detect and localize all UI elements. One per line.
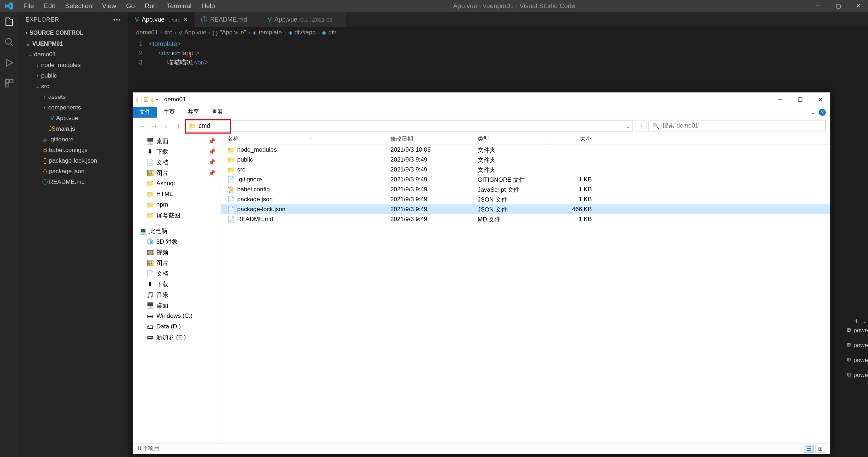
tree-folder-root[interactable]: ⌄ demo01 bbox=[18, 49, 128, 60]
ribbon-tab-view[interactable]: 查看 bbox=[205, 107, 229, 118]
drive-icon: 🖴 bbox=[146, 323, 154, 330]
nav-up-button[interactable]: ↑ bbox=[173, 122, 183, 130]
menu-run[interactable]: Run bbox=[140, 2, 162, 10]
tree-thispc-item[interactable]: 🖴新加卷 (E:) bbox=[133, 332, 221, 343]
chevron-right-icon: › bbox=[34, 73, 41, 79]
fe-minimize-button[interactable]: ─ bbox=[770, 96, 790, 103]
nav-forward-button[interactable]: → bbox=[149, 122, 159, 130]
tree-thispc-item[interactable]: ⬇下载 bbox=[133, 279, 221, 289]
tree-folder-src[interactable]: ⌄src bbox=[18, 81, 128, 92]
view-icons-button[interactable]: ⊞ bbox=[815, 445, 825, 453]
tree-file[interactable]: ⓘREADME.md bbox=[18, 177, 128, 187]
ribbon-tab-home[interactable]: 主页 bbox=[157, 107, 181, 118]
terminal-item[interactable]: ⧉powe bbox=[847, 370, 868, 380]
tree-quick-item[interactable]: 📄文档📌 bbox=[133, 157, 221, 168]
tab-app-vue-2[interactable]: V App.vue C:\...\2021-09 ✕ bbox=[261, 12, 347, 27]
tree-thispc-item[interactable]: 🎵音乐 bbox=[133, 289, 221, 300]
braces-icon: { } bbox=[213, 30, 218, 36]
tab-app-vue[interactable]: V App.vue ...\src ✕ bbox=[128, 12, 195, 27]
breadcrumb[interactable]: demo01› src› VApp.vue› { }"App.vue"› ◈te… bbox=[128, 27, 868, 38]
tree-quick-item[interactable]: 🖥️桌面📌 bbox=[133, 136, 221, 146]
file-row[interactable]: 📜babel.config2021/9/3 9:49JavaScript 文件1… bbox=[221, 185, 830, 194]
file-row[interactable]: 📁src2021/9/3 9:49文件夹 bbox=[221, 165, 830, 175]
tree-folder[interactable]: ›node_modules bbox=[18, 60, 128, 70]
file-row[interactable]: 📁node_modules2021/9/3 10:03文件夹 bbox=[221, 145, 830, 155]
file-row[interactable]: 📄package-lock.json2021/9/3 9:49JSON 文件46… bbox=[221, 204, 830, 214]
tree-thispc-item[interactable]: 🎞️视频 bbox=[133, 247, 221, 258]
address-dropdown-icon[interactable]: ⌄ bbox=[623, 120, 633, 131]
file-row[interactable]: 📄package.json2021/9/3 9:49JSON 文件1 KB bbox=[221, 194, 830, 204]
address-input[interactable] bbox=[199, 122, 620, 130]
qat-properties-icon[interactable]: ☑ bbox=[144, 96, 149, 103]
tree-file[interactable]: {}package.json bbox=[18, 166, 128, 177]
tree-thispc-item[interactable]: 🖴Windows (C:) bbox=[133, 311, 221, 321]
fe-search-input[interactable] bbox=[662, 122, 822, 129]
fe-close-button[interactable]: ✕ bbox=[810, 96, 830, 103]
activity-explorer-icon[interactable] bbox=[4, 17, 14, 27]
tree-folder[interactable]: ›components bbox=[18, 102, 128, 113]
tree-file[interactable]: JSmain.js bbox=[18, 124, 128, 134]
activity-search-icon[interactable] bbox=[4, 37, 14, 47]
section-workspace[interactable]: ⌄ VUENPM01 bbox=[18, 38, 128, 49]
nav-history-button[interactable]: ⌄ bbox=[161, 123, 171, 129]
search-icon: 🔍 bbox=[652, 123, 660, 129]
expand-ribbon-icon[interactable]: ⌄ bbox=[811, 109, 815, 115]
menu-go[interactable]: Go bbox=[121, 2, 140, 10]
tree-thispc-item[interactable]: 🧊3D 对象 bbox=[133, 236, 221, 247]
tree-file[interactable]: Bbabel.config.js bbox=[18, 145, 128, 156]
tree-quick-item[interactable]: ⬇下载📌 bbox=[133, 146, 221, 157]
tree-folder[interactable]: ›assets bbox=[18, 92, 128, 102]
add-terminal-button[interactable]: ＋ ⌄ bbox=[852, 315, 867, 326]
ribbon-tab-share[interactable]: 共享 bbox=[181, 107, 205, 118]
tree-file[interactable]: ◈.gitignore bbox=[18, 134, 128, 145]
fe-search[interactable]: 🔍 bbox=[649, 120, 826, 131]
nav-back-button[interactable]: ← bbox=[137, 122, 147, 130]
tree-file[interactable]: VApp.vue bbox=[18, 113, 128, 124]
terminal-item[interactable]: ⧉powe bbox=[847, 355, 868, 366]
tree-folder[interactable]: ›public bbox=[18, 70, 128, 81]
tree-quick-item[interactable]: 📁Ashuqi bbox=[133, 178, 221, 189]
menu-help[interactable]: Help bbox=[196, 2, 220, 10]
pin-icon: 📌 bbox=[208, 148, 216, 156]
menu-file[interactable]: File bbox=[18, 2, 39, 10]
folder-icon: 📁 bbox=[146, 191, 154, 198]
desktop-icon: 🖥️ bbox=[146, 137, 154, 145]
ribbon-tab-file[interactable]: 文件 bbox=[133, 107, 157, 118]
fe-list-header[interactable]: 名称⌃ 修改日期 类型 大小 bbox=[221, 134, 830, 145]
qat-dropdown-icon[interactable]: ▾ bbox=[156, 97, 158, 102]
file-row[interactable]: 📁public2021/9/3 9:49文件夹 bbox=[221, 155, 830, 165]
view-details-button[interactable]: ☰ bbox=[804, 445, 814, 453]
minimize-button[interactable]: ─ bbox=[808, 2, 828, 9]
help-icon[interactable]: ? bbox=[819, 109, 826, 116]
close-icon[interactable]: ✕ bbox=[183, 16, 188, 23]
tree-quick-item[interactable]: 🖼️图片📌 bbox=[133, 168, 221, 178]
section-source-control[interactable]: › SOURCE CONTROL bbox=[18, 28, 128, 38]
activity-extensions-icon[interactable] bbox=[4, 78, 14, 88]
tree-thispc-item[interactable]: 🖼️图片 bbox=[133, 258, 221, 268]
more-icon[interactable]: ••• bbox=[113, 17, 121, 23]
address-bar[interactable]: 📁 ⌄ bbox=[185, 120, 633, 131]
terminal-item[interactable]: ⧉powe bbox=[847, 340, 868, 351]
fe-file-list: 名称⌃ 修改日期 类型 大小 📁node_modules2021/9/3 10:… bbox=[221, 134, 830, 443]
menu-terminal[interactable]: Terminal bbox=[162, 2, 196, 10]
maximize-button[interactable]: ▢ bbox=[828, 2, 848, 9]
tree-thispc[interactable]: 💻此电脑 bbox=[133, 226, 221, 236]
tree-thispc-item[interactable]: 🖴Data (D:) bbox=[133, 321, 221, 332]
menu-edit[interactable]: Edit bbox=[39, 2, 60, 10]
file-row[interactable]: 📄.gitignore2021/9/3 9:49GITIGNORE 文件1 KB bbox=[221, 175, 830, 185]
terminal-item[interactable]: ⧉powe bbox=[847, 325, 868, 336]
file-row[interactable]: 📄README.md2021/9/3 9:49MD 文件1 KB bbox=[221, 214, 830, 224]
tab-readme[interactable]: ⓘ README.md ✕ bbox=[195, 12, 261, 27]
menu-selection[interactable]: Selection bbox=[60, 2, 97, 10]
activity-debug-icon[interactable] bbox=[4, 58, 14, 68]
tree-thispc-item[interactable]: 🖥️桌面 bbox=[133, 300, 221, 311]
tree-quick-item[interactable]: 📁HTML bbox=[133, 189, 221, 199]
tree-quick-item[interactable]: 📁npm bbox=[133, 199, 221, 210]
menu-view[interactable]: View bbox=[97, 2, 121, 10]
tree-quick-item[interactable]: 📁屏幕截图 bbox=[133, 210, 221, 221]
fe-maximize-button[interactable]: ☐ bbox=[790, 96, 810, 103]
tree-file[interactable]: {}package-lock.json bbox=[18, 156, 128, 166]
close-button[interactable]: ✕ bbox=[848, 2, 868, 9]
tree-thispc-item[interactable]: 📄文档 bbox=[133, 268, 221, 279]
go-button[interactable]: → bbox=[635, 120, 646, 131]
